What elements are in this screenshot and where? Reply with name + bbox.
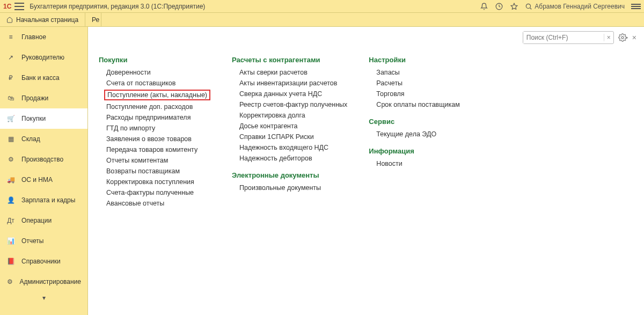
sidebar-item-label: Производство [21,156,63,163]
menu-link[interactable]: Корректировка поступления [99,177,210,187]
sidebar-item-7[interactable]: 🚚ОС и НМА [0,170,87,190]
menu-link[interactable]: Торговля [369,89,465,99]
section-edocs: Электронные документы [232,171,347,179]
nav-icon: ⚙ [6,155,15,164]
nav-icon: ▦ [6,135,15,143]
sidebar-item-9[interactable]: ДтОперации [0,210,87,231]
menu-link[interactable]: Отчеты комитентам [99,155,210,166]
menu-link[interactable]: Поступление (акты, накладные) [104,90,210,100]
sidebar-item-label: Продажи [21,94,48,102]
sidebar-item-label: Покупки [21,115,46,122]
history-icon[interactable] [495,2,503,11]
sidebar-item-6[interactable]: ⚙Производство [0,149,87,170]
sidebar-item-label: Главное [21,33,46,41]
column-2: Расчеты с контрагентами Акты сверки расч… [232,52,347,209]
window-title: Бухгалтерия предприятия, редакция 3.0 (1… [30,3,480,10]
sidebar-item-1[interactable]: ↗Руководителю [0,47,87,68]
nav-icon: Дт [6,216,15,225]
sidebar-item-4[interactable]: 🛒Покупки [0,108,87,129]
main-panel: × ▾ × Покупки ДоверенностиСчета от поста… [88,27,644,315]
svg-point-3 [621,36,624,39]
topbar: 1С Бухгалтерия предприятия, редакция 3.0… [0,0,644,13]
tab-cut[interactable]: Ре [85,13,101,26]
menu-link[interactable]: Корректировка долга [232,110,347,121]
menu-link[interactable]: Авансовые отчеты [99,198,210,209]
panel-toolbar: × ▾ × [523,31,636,44]
sidebar-item-8[interactable]: 👤Зарплата и кадры [0,190,87,210]
sidebar-item-5[interactable]: ▦Склад [0,129,87,149]
svg-point-2 [526,4,531,8]
menu-link[interactable]: Надежность входящего НДС [232,142,347,153]
sidebar-item-12[interactable]: ⚙Администрирование [0,272,87,292]
menu-link[interactable]: Реестр счетов-фактур полученных [232,99,347,110]
section-settlements: Расчеты с контрагентами [232,56,347,64]
svg-marker-1 [511,3,517,9]
nav-icon: 👤 [6,196,15,204]
layout: ≡Главное↗Руководителю₽Банк и касса🛍Прода… [0,27,644,315]
menu-link[interactable]: Надежность дебиторов [232,153,347,164]
menu-link[interactable]: Новости [369,158,465,169]
menu-link[interactable]: Запасы [369,67,465,78]
menu-link[interactable]: Акты инвентаризации расчетов [232,78,347,89]
nav-icon: ↗ [6,53,15,62]
nav-icon: ₽ [6,74,15,82]
menu-link[interactable]: Доверенности [99,67,210,78]
search-icon [525,3,532,10]
close-panel-button[interactable]: × [632,33,636,42]
bell-icon[interactable] [480,2,488,11]
tab-home[interactable]: Начальная страница [0,13,85,26]
menu-link[interactable]: Сверка данных учета НДС [232,89,347,99]
menu-link[interactable]: Текущие дела ЭДО [369,129,465,140]
sidebar-scroll-down[interactable]: ▾ [0,292,87,304]
sidebar-item-10[interactable]: 📊Отчеты [0,231,87,251]
search-box[interactable]: × [523,31,614,44]
home-icon [6,17,13,23]
sidebar-item-label: Операции [21,217,52,224]
menu-link[interactable]: Счета-фактуры полученные [99,187,210,198]
nav-icon: 🛍 [6,94,15,102]
search-input[interactable] [523,32,604,43]
menu-link[interactable]: Расчеты [369,78,465,89]
sidebar-item-label: Отчеты [21,237,43,245]
nav-icon: 📊 [6,237,15,245]
menu-link[interactable]: Расходы предпринимателя [99,112,210,123]
app-logo: 1С [3,3,11,10]
menu-link[interactable]: Заявления о ввозе товаров [99,134,210,144]
menu-link[interactable]: Справки 1СПАРК Риски [232,131,347,142]
tab-cut-label: Ре [92,16,99,24]
column-1: Покупки ДоверенностиСчета от поставщиков… [99,52,210,209]
sidebar-item-label: Зарплата и кадры [21,196,75,204]
more-menu-icon[interactable] [631,4,641,9]
sidebar-item-label: Администрирование [20,278,81,285]
user-menu[interactable]: Абрамов Геннадий Сергеевич [525,3,625,10]
star-icon[interactable] [510,2,518,11]
tab-home-label: Начальная страница [16,16,78,24]
nav-icon: ≡ [6,33,15,41]
menu-link[interactable]: Возвраты поставщикам [99,166,210,177]
hamburger-icon[interactable] [14,3,24,10]
sidebar-item-label: Склад [21,135,40,143]
sidebar-item-label: Банк и касса [21,74,60,82]
menu-link[interactable]: Срок оплаты поставщикам [369,99,465,110]
gear-icon[interactable]: ▾ [618,33,628,42]
menu-link[interactable]: Передача товаров комитенту [99,144,210,155]
search-clear-button[interactable]: × [604,34,613,41]
sidebar-item-3[interactable]: 🛍Продажи [0,88,87,108]
menu-link[interactable]: Досье контрагента [232,121,347,131]
sidebar-item-11[interactable]: 📕Справочники [0,251,87,272]
nav-icon: 🚚 [6,175,15,184]
sidebar-item-label: Справочники [21,258,61,265]
sidebar: ≡Главное↗Руководителю₽Банк и касса🛍Прода… [0,27,88,315]
topbar-right: Абрамов Геннадий Сергеевич [480,2,641,11]
menu-link[interactable]: Поступление доп. расходов [99,101,210,112]
menu-link[interactable]: Произвольные документы [232,182,347,193]
sidebar-item-label: Руководителю [21,54,64,61]
sidebar-item-0[interactable]: ≡Главное [0,27,87,47]
menu-link[interactable]: Счета от поставщиков [99,78,210,89]
nav-icon: 🛒 [6,114,15,123]
menu-link[interactable]: ГТД по импорту [99,123,210,134]
menu-link[interactable]: Акты сверки расчетов [232,67,347,78]
sidebar-item-2[interactable]: ₽Банк и касса [0,68,87,88]
sidebar-item-label: ОС и НМА [21,176,53,184]
tabbar: Начальная страница Ре [0,13,644,27]
